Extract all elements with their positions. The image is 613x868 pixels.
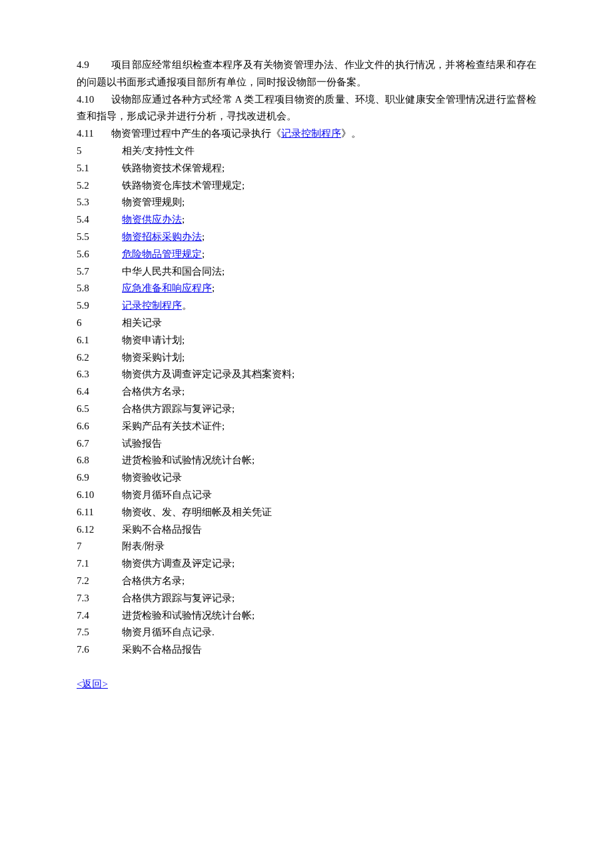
item-text: 进货检验和试验情况统计台帐; xyxy=(122,610,255,621)
item-number: 6.11 xyxy=(77,504,122,521)
list-item: 5.2铁路物资仓库技术管理规定; xyxy=(77,177,536,195)
item-text: 合格供方跟踪与复评记录; xyxy=(122,593,235,603)
item-text: 合格供方名录; xyxy=(122,386,185,397)
list-item: 7.5物资月循环自点记录. xyxy=(77,624,536,641)
section-number: 7 xyxy=(77,538,122,555)
paragraph-4-11: 4.11物资管理过程中产生的各项记录执行《记录控制程序》。 xyxy=(77,125,536,143)
item-number: 5.2 xyxy=(77,177,122,195)
link-record-control-procedure[interactable]: 记录控制程序 xyxy=(281,128,341,139)
item-number: 5.4 xyxy=(77,211,122,229)
section-title: 附表/附录 xyxy=(122,541,165,551)
list-item: 5.1铁路物资技术保管规程; xyxy=(77,160,536,177)
section-number: 6 xyxy=(77,315,122,332)
paragraph-4-10: 4.10设物部应通过各种方式经常 A 类工程项目物资的质量、环境、职业健康安全管… xyxy=(77,91,536,126)
item-number: 6.3 xyxy=(77,366,122,383)
item-number: 5.3 xyxy=(77,194,122,211)
item-number: 5.6 xyxy=(77,246,122,263)
list-item: 6.1物资申请计划; xyxy=(77,332,536,349)
section-7-heading: 7附表/附录 xyxy=(77,538,536,555)
item-text: 采购不合格品报告 xyxy=(122,644,202,655)
item-suffix: ; xyxy=(202,231,205,242)
paragraph-4-9: 4.9项目部应经常组织检查本程序及有关物资管理办法、作业文件的执行情况，并将检查… xyxy=(77,57,536,91)
item-text: 物资月循环自点记录. xyxy=(122,627,215,637)
list-item: 6.12采购不合格品报告 xyxy=(77,521,536,539)
item-number: 6.4 xyxy=(77,383,122,401)
list-item: 5.6危险物品管理规定; xyxy=(77,246,536,263)
body-text: 设物部应通过各种方式经常 A 类工程项目物资的质量、环境、职业健康安全管理情况进… xyxy=(77,94,536,122)
list-item: 6.5合格供方跟踪与复评记录; xyxy=(77,401,536,418)
item-number: 7.3 xyxy=(77,590,122,607)
section-number: 5 xyxy=(77,143,122,160)
item-suffix: ; xyxy=(202,249,205,259)
item-text: 物资采购计划; xyxy=(122,352,185,363)
list-item: 5.4物资供应办法; xyxy=(77,211,536,229)
item-number: 6.7 xyxy=(77,435,122,453)
body-text: 》。 xyxy=(341,128,361,139)
item-text: 采购不合格品报告 xyxy=(122,524,202,535)
item-text: 铁路物资仓库技术管理规定; xyxy=(122,180,245,191)
list-item: 5.9记录控制程序。 xyxy=(77,297,536,315)
item-number: 7.4 xyxy=(77,607,122,625)
item-number: 5.5 xyxy=(77,229,122,246)
link-material-supply-method[interactable]: 物资供应办法 xyxy=(122,214,182,225)
item-number: 5.9 xyxy=(77,297,122,315)
item-text: 物资验收记录 xyxy=(122,472,182,483)
item-number: 7.5 xyxy=(77,624,122,641)
item-suffix: 。 xyxy=(182,300,192,311)
list-item: 6.2物资采购计划; xyxy=(77,349,536,367)
item-text: 试验报告 xyxy=(122,438,162,449)
item-text: 进货检验和试验情况统计台帐; xyxy=(122,455,255,465)
list-item: 6.9物资验收记录 xyxy=(77,469,536,487)
list-item: 6.4合格供方名录; xyxy=(77,383,536,401)
section-5-heading: 5相关/支持性文件 xyxy=(77,143,536,160)
list-item: 5.3物资管理规则; xyxy=(77,194,536,211)
item-number: 6.2 xyxy=(77,349,122,367)
list-item: 6.10物资月循环自点记录 xyxy=(77,487,536,504)
back-link[interactable]: <返回> xyxy=(77,679,108,689)
section-title: 相关/支持性文件 xyxy=(122,145,195,156)
item-text: 采购产品有关技术证件; xyxy=(122,421,225,431)
list-item: 5.8应急准备和响应程序; xyxy=(77,280,536,297)
item-text: 中华人民共和国合同法; xyxy=(122,266,225,277)
list-item: 6.8进货检验和试验情况统计台帐; xyxy=(77,452,536,469)
link-hazardous-material-regulation[interactable]: 危险物品管理规定 xyxy=(122,249,202,259)
item-number: 6.8 xyxy=(77,452,122,469)
item-number: 7.6 xyxy=(77,641,122,659)
item-text: 物资供方及调查评定记录及其档案资料; xyxy=(122,369,295,379)
item-text: 物资管理规则; xyxy=(122,197,185,207)
item-text: 物资申请计划; xyxy=(122,335,185,345)
item-text: 物资收、发、存明细帐及相关凭证 xyxy=(122,507,272,517)
link-emergency-response-procedure[interactable]: 应急准备和响应程序 xyxy=(122,283,212,293)
list-item: 6.11物资收、发、存明细帐及相关凭证 xyxy=(77,504,536,521)
item-number: 6.12 xyxy=(77,521,122,539)
list-item: 5.7中华人民共和国合同法; xyxy=(77,263,536,281)
item-text: 物资月循环自点记录 xyxy=(122,489,212,500)
link-material-bidding-method[interactable]: 物资招标采购办法 xyxy=(122,231,202,242)
item-number: 4.11 xyxy=(77,125,111,143)
item-number: 7.2 xyxy=(77,573,122,590)
item-number: 6.9 xyxy=(77,469,122,487)
item-number: 5.7 xyxy=(77,263,122,281)
item-number: 6.10 xyxy=(77,487,122,504)
section-title: 相关记录 xyxy=(122,317,162,328)
body-text: 项目部应经常组织检查本程序及有关物资管理办法、作业文件的执行情况，并将检查结果和… xyxy=(77,59,536,87)
item-number: 7.1 xyxy=(77,555,122,573)
list-item: 7.1物资供方调查及评定记录; xyxy=(77,555,536,573)
item-text: 合格供方跟踪与复评记录; xyxy=(122,403,235,414)
list-item: 6.3物资供方及调查评定记录及其档案资料; xyxy=(77,366,536,383)
body-text: 物资管理过程中产生的各项记录执行《 xyxy=(111,128,281,139)
link-record-control-procedure[interactable]: 记录控制程序 xyxy=(122,300,182,311)
item-number: 5.1 xyxy=(77,160,122,177)
item-suffix: ; xyxy=(182,214,185,225)
list-item: 5.5物资招标采购办法; xyxy=(77,229,536,246)
item-text: 合格供方名录; xyxy=(122,575,185,586)
list-item: 7.2合格供方名录; xyxy=(77,573,536,590)
item-text: 铁路物资技术保管规程; xyxy=(122,163,225,173)
list-item: 7.3合格供方跟踪与复评记录; xyxy=(77,590,536,607)
list-item: 7.4进货检验和试验情况统计台帐; xyxy=(77,607,536,625)
item-number: 6.6 xyxy=(77,418,122,435)
item-number: 4.10 xyxy=(77,91,111,109)
item-suffix: ; xyxy=(212,283,215,293)
section-6-heading: 6相关记录 xyxy=(77,315,536,332)
item-number: 6.5 xyxy=(77,401,122,418)
